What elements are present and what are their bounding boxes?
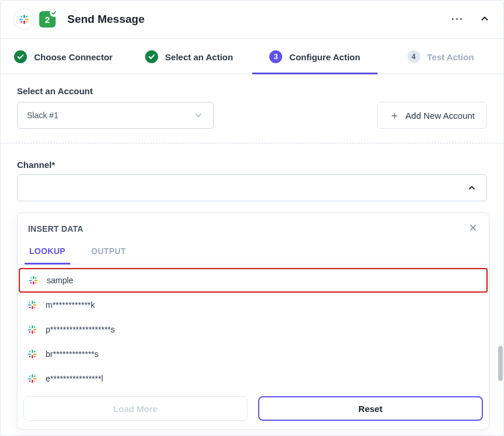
insert-data-tabs: LOOKUP OUTPUT [18,241,489,265]
account-section-label: Select an Account [17,86,487,96]
step-number-icon: 4 [407,50,420,63]
chevron-up-icon [467,183,477,193]
account-row: Slack #1 ＋ Add New Account [17,102,487,129]
chevron-down-icon [193,110,204,121]
panel-body: Select an Account Slack #1 ＋ Add New Acc… [1,74,503,435]
add-account-button[interactable]: ＋ Add New Account [377,102,487,129]
load-more-button[interactable]: Load More [23,396,248,421]
step-select-action[interactable]: Select an Action [126,39,252,74]
lookup-item[interactable]: e****************l [19,366,488,388]
slack-icon [27,349,37,359]
panel-header: 2 Send Message ··· [1,1,503,39]
workflow-panel: 2 Send Message ··· Choose Connector Sele… [0,0,504,436]
lookup-item-label: br*************s [46,349,98,359]
scrollbar[interactable] [498,346,503,381]
step-number-badge: 2 [39,11,56,28]
lookup-item[interactable]: m************k [19,293,488,317]
insert-data-popover: INSERT DATA LOOKUP OUTPUT sample m******… [17,212,489,430]
step-label: Configure Action [289,52,360,62]
lookup-item[interactable]: sample [19,268,488,293]
close-popover-button[interactable] [468,222,478,235]
step-choose-connector[interactable]: Choose Connector [1,39,126,74]
insert-data-title: INSERT DATA [28,224,83,234]
page-title: Send Message [67,13,145,26]
more-options-button[interactable]: ··· [451,13,464,26]
step-configure-action[interactable]: 3 Configure Action [252,39,378,74]
slack-icon [27,324,37,335]
tab-output[interactable]: OUTPUT [90,241,127,264]
plus-icon: ＋ [389,108,400,122]
collapse-panel-button[interactable] [479,13,491,26]
lookup-item-label: p*******************s [46,325,115,334]
lookup-list: sample m************k p*****************… [18,265,489,388]
check-icon [145,50,158,63]
step-test-action[interactable]: 4 Test Action [378,39,503,74]
account-select[interactable]: Slack #1 [17,102,214,129]
slack-icon [27,373,37,384]
popover-footer: Load More Reset [18,388,489,429]
tab-lookup[interactable]: LOOKUP [28,241,67,264]
step-label: Test Action [427,52,474,62]
lookup-item[interactable]: p*******************s [19,317,488,342]
slack-icon [13,9,35,30]
reset-button[interactable]: Reset [258,396,484,421]
close-icon [468,222,478,233]
divider [1,143,503,143]
lookup-item-label: e****************l [46,374,103,383]
check-icon [14,50,27,63]
step-label: Choose Connector [34,52,112,62]
add-account-label: Add New Account [406,111,475,121]
lookup-item-label: sample [47,276,73,285]
status-check-icon [50,9,58,17]
slack-icon [28,275,39,286]
channel-select[interactable] [17,174,487,201]
wizard-steps: Choose Connector Select an Action 3 Conf… [1,39,503,74]
lookup-item-label: m************k [46,300,95,310]
step-label: Select an Action [165,52,233,62]
step-number: 2 [45,15,50,25]
channel-field-label: Channel* [17,160,487,170]
step-number-icon: 3 [269,50,282,63]
slack-icon [27,300,37,310]
lookup-item[interactable]: br*************s [19,342,488,366]
account-selected-value: Slack #1 [27,111,59,120]
